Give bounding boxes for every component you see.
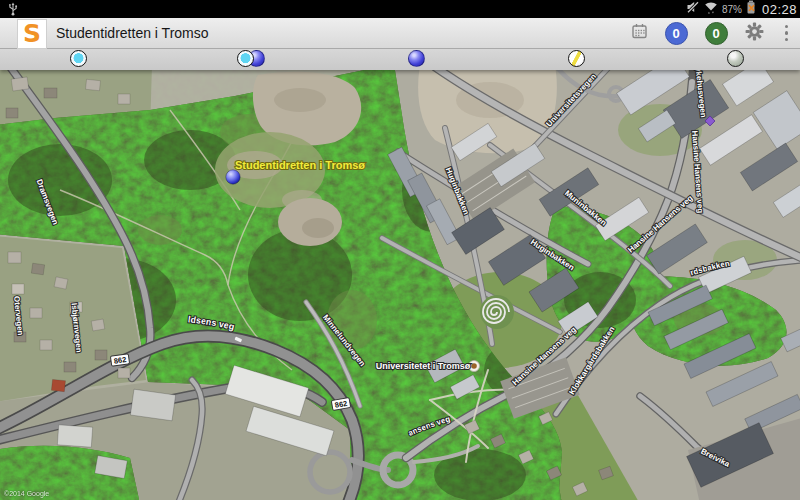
route-shield-862-west: 862 bbox=[110, 354, 129, 366]
satellite-map[interactable]: 862 862 Erling Kjeldsens veg Hansine Han… bbox=[0, 70, 800, 500]
app-bar: S Studentidretten i Tromso 0 bbox=[0, 18, 800, 49]
usb-icon bbox=[7, 2, 19, 20]
status-bar: 87% 02:28 bbox=[0, 0, 800, 18]
green-counter-badge[interactable]: 0 bbox=[705, 22, 728, 45]
app-screen: 87% 02:28 S Studentidretten i Tromso bbox=[0, 0, 800, 500]
label-universitetet: Universitetet i Tromsø bbox=[376, 361, 471, 371]
app-logo: S bbox=[17, 19, 47, 49]
page-title: Studentidretten i Tromso bbox=[56, 18, 209, 48]
svg-text:862: 862 bbox=[113, 355, 127, 366]
label-studentidretten: Studentidretten i Tromsø bbox=[235, 159, 365, 171]
battery-x-icon bbox=[746, 0, 756, 18]
marker-filter-strip bbox=[0, 48, 800, 70]
marker-filter-pair[interactable] bbox=[237, 48, 267, 70]
marker-filter-blue[interactable] bbox=[408, 50, 425, 67]
mute-icon bbox=[686, 0, 700, 18]
clock: 02:28 bbox=[760, 2, 797, 17]
battery-percent: 87% bbox=[722, 4, 742, 15]
gear-icon[interactable] bbox=[745, 22, 764, 45]
marker-filter-transparent[interactable] bbox=[727, 50, 744, 67]
marker-filter-yellow[interactable] bbox=[568, 50, 585, 67]
app-logo-letter: S bbox=[23, 21, 41, 47]
green-counter-value: 0 bbox=[712, 26, 719, 41]
map-attribution: ©2014 Google bbox=[4, 490, 49, 497]
blue-counter-badge[interactable]: 0 bbox=[665, 22, 688, 45]
overflow-menu-icon[interactable] bbox=[781, 25, 793, 42]
calendar-icon[interactable] bbox=[631, 23, 648, 43]
wifi-icon bbox=[704, 0, 718, 18]
marker-pair-cyan-sphere bbox=[237, 50, 254, 67]
marker-filter-cyan[interactable] bbox=[70, 50, 87, 67]
blue-counter-value: 0 bbox=[672, 26, 679, 41]
map-marker-studentidretten[interactable] bbox=[226, 170, 240, 184]
